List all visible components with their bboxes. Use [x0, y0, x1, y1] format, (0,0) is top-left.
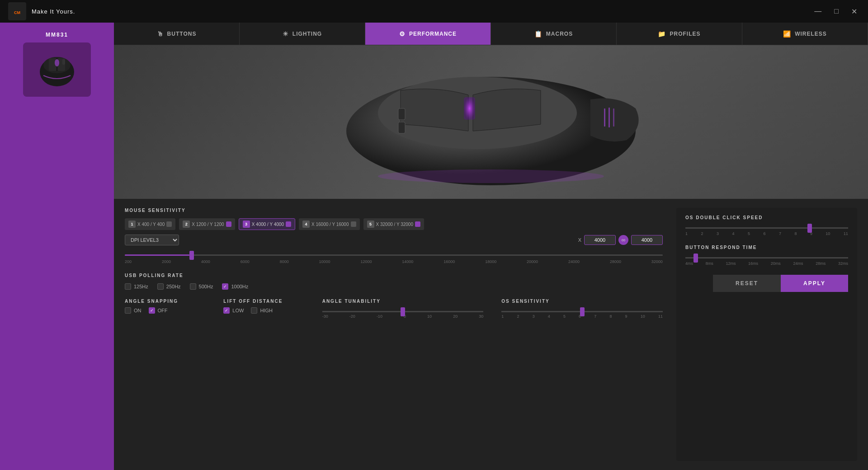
dpi-level-5[interactable]: 5 X 32000 / Y 32000 — [363, 218, 425, 230]
dpi-level-3[interactable]: 3 X 4000 / Y 4000 — [239, 218, 295, 230]
angle-on[interactable]: ON — [125, 307, 142, 314]
hero-mouse-svg — [310, 54, 672, 190]
dpi-level-1[interactable]: 1 X 400 / Y 400 — [125, 218, 175, 230]
polling-250-box[interactable] — [157, 283, 164, 290]
polling-section: USB POLLING RATE 125Hz 250Hz 500Hz — [125, 273, 663, 290]
lift-low[interactable]: LOW — [223, 307, 244, 314]
device-image — [23, 42, 91, 97]
logo-area: CM Make It Yours. — [7, 1, 75, 21]
dpi-slider-container: 200 2000 4000 6000 8000 10000 12000 1400… — [125, 254, 663, 264]
nav-tabs: 🖱 BUTTONS ☀ LIGHTING ⚙ PERFORMANCE 📋 MAC… — [114, 23, 868, 45]
svg-rect-12 — [398, 108, 405, 120]
os-sensitivity-slider: 1 2 3 4 5 6 7 8 9 10 11 — [501, 311, 663, 319]
dpi-level-select[interactable]: DPI LEVEL1 DPI LEVEL2 DPI LEVEL3 DPI LEV… — [125, 235, 179, 245]
polling-500[interactable]: 500Hz — [190, 283, 213, 290]
maximize-button[interactable]: □ — [830, 5, 842, 17]
double-click-speed-title: OS DOUBLE CLICK SPEED — [685, 215, 848, 220]
mouse-silhouette — [30, 49, 84, 90]
angle-off[interactable]: OFF — [149, 307, 168, 314]
os-sensitivity-track[interactable] — [501, 311, 663, 312]
level-num-5: 5 — [367, 221, 374, 228]
sensitivity-section: MOUSE SENSITIVITY 1 X 400 / Y 400 2 X 12… — [125, 208, 663, 264]
dpi-level-2[interactable]: 2 X 1200 / Y 1200 — [179, 218, 235, 230]
minimize-button[interactable]: — — [811, 5, 825, 17]
os-sensitivity-title: OS SENSITIVITY — [501, 299, 663, 304]
level-num-2: 2 — [183, 221, 190, 228]
double-click-speed-track[interactable] — [685, 227, 848, 229]
button-respond-time-container: BUTTON RESPOND TIME 4ms 8ms 12ms 16ms 20… — [685, 245, 848, 266]
angle-tunability-group: ANGLE TUNABILITY -30 -20 -10 0 10 — [322, 299, 484, 320]
action-buttons: RESET APPLY — [685, 275, 848, 292]
x-label: X — [578, 237, 581, 243]
button-respond-time-thumb[interactable] — [693, 254, 698, 263]
dpi-slider-fill — [125, 254, 189, 256]
lift-high[interactable]: HIGH — [251, 307, 273, 314]
angle-tunability-thumb[interactable] — [401, 307, 405, 316]
svg-point-7 — [55, 59, 59, 66]
settings-panel: MOUSE SENSITIVITY 1 X 400 / Y 400 2 X 12… — [114, 199, 868, 470]
level-label-1: X 400 / Y 400 — [137, 222, 165, 227]
buttons-icon: 🖱 — [157, 30, 164, 38]
content-area: 🖱 BUTTONS ☀ LIGHTING ⚙ PERFORMANCE 📋 MAC… — [114, 23, 868, 470]
lift-high-box[interactable] — [251, 307, 257, 314]
double-click-speed-labels: 1 2 3 4 5 6 7 8 9 10 11 — [685, 231, 848, 236]
lift-high-label: HIGH — [260, 308, 273, 313]
reset-button[interactable]: RESET — [713, 275, 781, 292]
lift-off-title: LIFT OFF DISTANCE — [223, 299, 304, 304]
button-respond-time-labels: 4ms 8ms 12ms 16ms 20ms 24ms 28ms 32ms — [685, 261, 848, 266]
profiles-icon: 📁 — [658, 30, 666, 38]
tab-macros[interactable]: 📋 MACROS — [491, 23, 617, 45]
angle-snapping-group: ANGLE SNAPPING ON OFF — [125, 299, 205, 320]
wireless-icon: 📶 — [783, 30, 791, 38]
main-layout: MM831 🖱 BUTTONS — [0, 23, 868, 470]
polling-1000-box[interactable] — [222, 283, 228, 290]
polling-500-box[interactable] — [190, 283, 196, 290]
level-num-1: 1 — [128, 221, 136, 228]
level-label-2: X 1200 / Y 1200 — [192, 222, 224, 227]
left-settings: MOUSE SENSITIVITY 1 X 400 / Y 400 2 X 12… — [125, 208, 663, 461]
polling-1000-label: 1000Hz — [231, 284, 248, 289]
hero-image — [114, 45, 868, 199]
dpi-slider-thumb[interactable] — [189, 251, 194, 260]
apply-button[interactable]: APPLY — [781, 275, 848, 292]
level-color-2 — [226, 221, 231, 227]
right-settings-panel: OS DOUBLE CLICK SPEED 1 2 3 4 5 6 7 8 9 — [676, 208, 857, 461]
tab-wireless[interactable]: 📶 WIRELESS — [742, 23, 868, 45]
tab-performance[interactable]: ⚙ PERFORMANCE — [365, 23, 491, 45]
polling-250[interactable]: 250Hz — [157, 283, 181, 290]
level-color-3 — [286, 221, 291, 227]
link-xy-button[interactable]: ∞ — [618, 235, 628, 245]
titlebar: CM Make It Yours. — □ ✕ — [0, 0, 868, 23]
close-button[interactable]: ✕ — [848, 5, 861, 18]
os-sensitivity-group: OS SENSITIVITY 1 2 3 4 5 6 — [501, 299, 663, 320]
dpi-slider-track[interactable] — [125, 254, 663, 256]
bottom-row: ANGLE SNAPPING ON OFF — [125, 299, 663, 320]
y-value-input[interactable] — [631, 235, 663, 245]
svg-rect-11 — [464, 97, 475, 120]
x-value-input[interactable] — [584, 235, 616, 245]
lift-low-box[interactable] — [223, 307, 230, 314]
level-label-4: X 16000 / Y 16000 — [311, 222, 349, 227]
polling-125[interactable]: 125Hz — [125, 283, 148, 290]
dpi-controls: DPI LEVEL1 DPI LEVEL2 DPI LEVEL3 DPI LEV… — [125, 235, 663, 245]
dpi-level-4[interactable]: 4 X 16000 / Y 16000 — [299, 218, 360, 230]
angle-tunability-track[interactable] — [322, 311, 484, 312]
double-click-speed-thumb[interactable] — [807, 224, 812, 233]
tab-lighting[interactable]: ☀ LIGHTING — [240, 23, 365, 45]
angle-off-box[interactable] — [149, 307, 155, 314]
performance-icon: ⚙ — [399, 30, 406, 38]
level-num-3: 3 — [243, 221, 250, 228]
polling-1000[interactable]: 1000Hz — [222, 283, 248, 290]
svg-rect-14 — [604, 108, 605, 127]
button-respond-time-track[interactable] — [685, 257, 848, 258]
os-sensitivity-thumb[interactable] — [580, 307, 585, 316]
angle-tunability-slider: -30 -20 -10 0 10 20 30 — [322, 311, 484, 319]
polling-options: 125Hz 250Hz 500Hz 1000Hz — [125, 283, 663, 290]
dpi-slider-labels: 200 2000 4000 6000 8000 10000 12000 1400… — [125, 259, 663, 264]
tab-profiles[interactable]: 📁 PROFILES — [617, 23, 742, 45]
angle-snapping-title: ANGLE SNAPPING — [125, 299, 205, 304]
angle-on-box[interactable] — [125, 307, 131, 314]
level-num-4: 4 — [302, 221, 310, 228]
tab-buttons[interactable]: 🖱 BUTTONS — [114, 23, 240, 45]
polling-125-box[interactable] — [125, 283, 131, 290]
